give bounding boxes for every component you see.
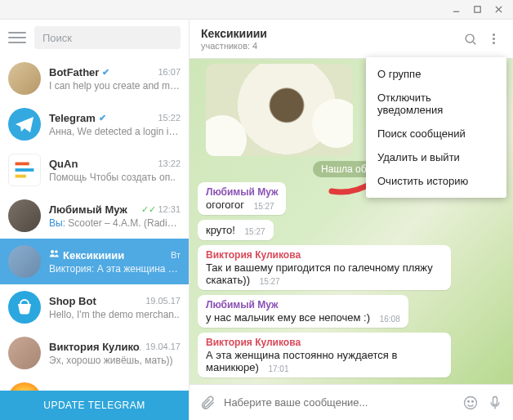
svg-point-7 bbox=[51, 250, 54, 253]
chat-title: Кексикииии bbox=[201, 27, 456, 40]
avatar bbox=[8, 337, 41, 369]
svg-point-8 bbox=[55, 250, 58, 253]
svg-point-12 bbox=[468, 400, 470, 402]
update-telegram-button[interactable]: UPDATE TELEGRAM bbox=[0, 391, 189, 420]
chat-name: QuAn bbox=[49, 158, 78, 170]
attach-icon[interactable] bbox=[199, 395, 216, 411]
message-author: Любимый Муж bbox=[206, 299, 400, 311]
message-author: Виктория Куликова bbox=[206, 337, 443, 348]
window-minimize-button[interactable] bbox=[451, 5, 461, 15]
svg-rect-5 bbox=[16, 168, 34, 172]
chat-item-keks[interactable]: Кексикииии Вт Виктория: А эта женщина п.… bbox=[0, 239, 189, 284]
message-bubble[interactable]: круто! 15:27 bbox=[198, 220, 274, 240]
menu-button[interactable] bbox=[8, 29, 26, 47]
chat-list: BotFather✔ 16:07 I can help you create a… bbox=[0, 56, 189, 391]
chat-item-quan[interactable]: QuAn 13:22 Помощь Чтобы создать оп.. bbox=[0, 147, 189, 193]
message-author: Любимый Муж bbox=[206, 186, 278, 198]
svg-rect-4 bbox=[16, 163, 29, 166]
message-text: А эта женщина постоянно нуждается в мани… bbox=[206, 349, 397, 373]
svg-rect-6 bbox=[16, 175, 26, 178]
chat-item-shopbot[interactable]: Shop Bot 19.05.17 Hello, I'm the demo me… bbox=[0, 284, 189, 330]
chat-preview: Hello, I'm the demo merchan.. bbox=[49, 309, 181, 320]
read-checks-icon: ✓✓ bbox=[141, 204, 156, 215]
message-bubble[interactable]: Виктория Куликова А эта женщина постоянн… bbox=[198, 333, 451, 378]
chat-preview: Виктория: А эта женщина п... bbox=[49, 263, 181, 275]
avatar bbox=[8, 382, 41, 391]
chat-name: Shop Bot bbox=[49, 295, 96, 307]
menu-clear-history[interactable]: Очистить историю bbox=[366, 169, 506, 193]
chat-item-cookbot[interactable]: MyCookBot 31.03.17 bbox=[0, 376, 189, 391]
window-controls bbox=[0, 0, 513, 20]
svg-point-9 bbox=[466, 34, 474, 42]
chat-preview: Эх, хорошо живёшь, мать)) bbox=[49, 355, 181, 366]
message-text: огогогог bbox=[206, 199, 244, 211]
chat-time: 13:22 bbox=[158, 159, 181, 168]
image-message[interactable] bbox=[206, 64, 353, 156]
message-text: круто! bbox=[206, 224, 235, 236]
svg-point-11 bbox=[465, 396, 477, 409]
chat-preview: Помощь Чтобы создать оп.. bbox=[49, 172, 181, 183]
menu-delete-and-leave[interactable]: Удалить и выйти bbox=[366, 145, 506, 169]
chat-name: Кексикииии bbox=[63, 249, 124, 261]
sidebar: Поиск BotFather✔ 16:07 I can help you cr… bbox=[0, 20, 190, 420]
chat-header: Кексикииии участников: 4 bbox=[190, 20, 513, 59]
avatar bbox=[8, 245, 41, 278]
message-time: 15:27 bbox=[260, 277, 280, 286]
message-bubble[interactable]: Любимый Муж у нас мальчик ему все непоче… bbox=[198, 295, 408, 328]
message-time: 15:27 bbox=[254, 202, 274, 211]
search-input[interactable]: Поиск bbox=[34, 26, 181, 49]
chat-item-husband[interactable]: Любимый Муж ✓✓12:31 Вы: Scooter – 4.A.M.… bbox=[0, 193, 189, 239]
message-composer bbox=[190, 384, 513, 420]
chat-name: BotFather bbox=[49, 66, 99, 78]
context-menu: О группе Отключить уведомления Поиск соо… bbox=[366, 57, 506, 198]
window-maximize-button[interactable] bbox=[472, 5, 482, 15]
chat-item-botfather[interactable]: BotFather✔ 16:07 I can help you create a… bbox=[0, 56, 189, 101]
chat-subtitle: участников: 4 bbox=[201, 41, 456, 51]
chat-preview: I can help you create and ma.. bbox=[49, 80, 181, 92]
menu-about-group[interactable]: О группе bbox=[366, 62, 506, 86]
avatar bbox=[8, 199, 41, 232]
chat-name: Telegram bbox=[49, 112, 96, 124]
chat-time: 16:07 bbox=[158, 67, 181, 77]
search-icon[interactable] bbox=[462, 31, 479, 47]
avatar bbox=[8, 154, 41, 186]
emoji-icon[interactable] bbox=[462, 395, 479, 411]
window-close-button[interactable] bbox=[493, 5, 503, 15]
chat-time: ✓✓12:31 bbox=[141, 204, 181, 215]
chat-name: Любимый Муж bbox=[49, 203, 127, 216]
chat-panel: Кексикииии участников: 4 О группе Отключ… bbox=[190, 20, 513, 420]
verified-icon: ✔ bbox=[99, 113, 106, 123]
avatar bbox=[8, 62, 41, 95]
chat-preview: Вы: Scooter – 4.A.M. (Radio V... bbox=[49, 217, 181, 229]
chat-time: 19.04.17 bbox=[145, 342, 181, 351]
message-time: 17:01 bbox=[268, 364, 288, 373]
message-bubble[interactable]: Любимый Муж огогогог 15:27 bbox=[198, 182, 286, 215]
message-time: 15:27 bbox=[245, 227, 265, 236]
verified-icon: ✔ bbox=[102, 67, 109, 78]
message-author: Виктория Куликова bbox=[206, 249, 443, 261]
chat-time: 19.05.17 bbox=[145, 296, 181, 306]
message-time: 16:08 bbox=[380, 315, 400, 324]
message-text: Так и вашему пригодится по галечному пля… bbox=[206, 261, 433, 286]
chat-time: 15:22 bbox=[158, 113, 181, 123]
chat-time: Вт bbox=[171, 250, 181, 260]
svg-line-10 bbox=[473, 42, 475, 44]
menu-mute-notifications[interactable]: Отключить уведомления bbox=[366, 86, 506, 122]
menu-search-messages[interactable]: Поиск сообщений bbox=[366, 122, 506, 145]
svg-rect-14 bbox=[493, 396, 497, 404]
chat-item-viktoria[interactable]: Виктория Кулико... 19.04.17 Эх, хорошо ж… bbox=[0, 330, 189, 376]
chat-item-telegram[interactable]: Telegram✔ 15:22 Анна, We detected a logi… bbox=[0, 101, 189, 147]
sidebar-header: Поиск bbox=[0, 20, 189, 56]
more-menu-button[interactable] bbox=[485, 31, 502, 47]
group-icon bbox=[49, 248, 60, 261]
message-bubble[interactable]: Виктория Куликова Так и вашему пригодитс… bbox=[198, 245, 451, 290]
voice-icon[interactable] bbox=[487, 395, 503, 411]
chat-preview: Анна, We detected a login in... bbox=[49, 126, 181, 137]
avatar bbox=[8, 108, 41, 141]
avatar bbox=[8, 291, 41, 324]
message-text: у нас мальчик ему все непочем :) bbox=[206, 311, 370, 324]
chat-name: Виктория Кулико... bbox=[49, 341, 141, 353]
svg-rect-1 bbox=[474, 7, 480, 12]
svg-point-13 bbox=[472, 400, 474, 402]
message-input[interactable] bbox=[224, 396, 454, 409]
